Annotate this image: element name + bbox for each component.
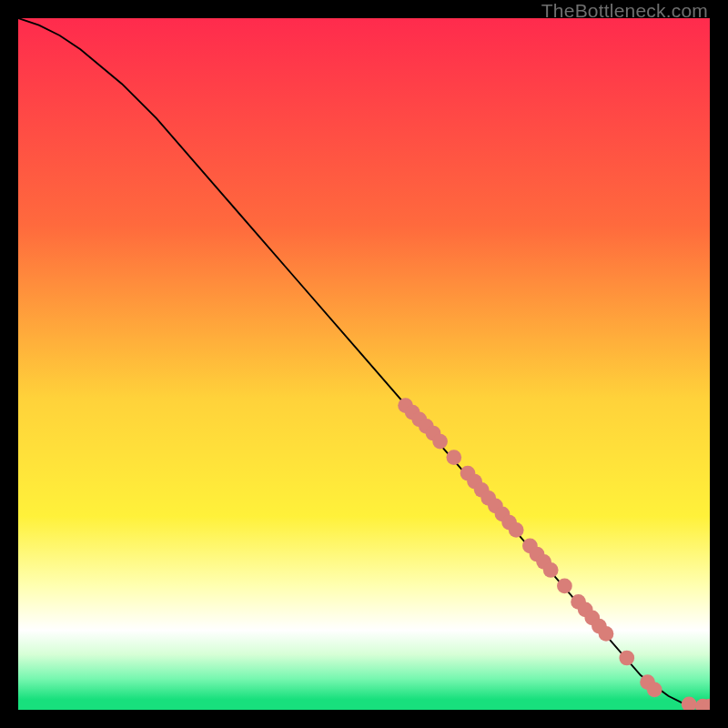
highlight-point — [509, 522, 524, 538]
highlight-point — [432, 434, 448, 450]
highlight-point — [446, 450, 461, 465]
highlight-point — [619, 651, 634, 666]
highlight-point — [543, 562, 559, 578]
chart-canvas — [18, 18, 710, 710]
chart-stage: TheBottleneck.com — [0, 0, 728, 728]
chart-background — [18, 18, 710, 710]
highlight-point — [647, 682, 662, 698]
highlight-point — [599, 626, 614, 642]
highlight-point — [557, 579, 572, 594]
